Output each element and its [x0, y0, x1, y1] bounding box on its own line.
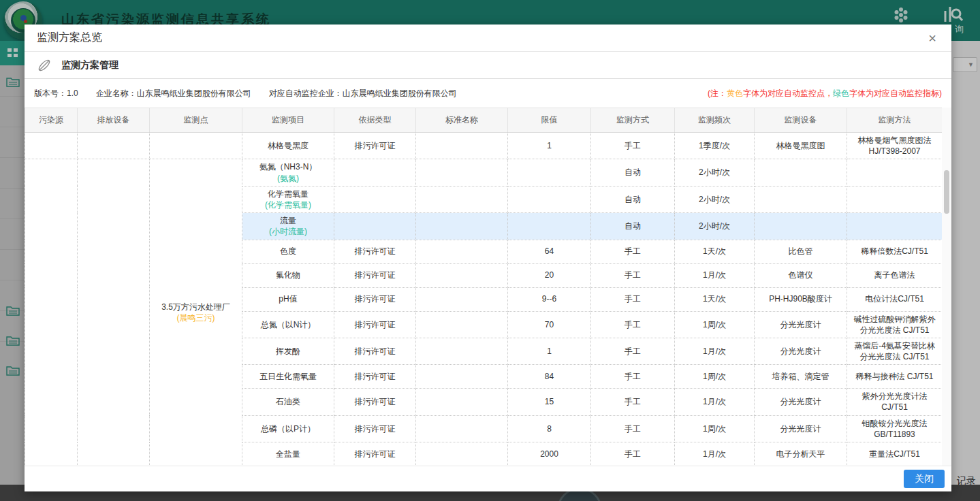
item-cell: 总氮（以N计）	[242, 311, 334, 338]
pollution-source-cell	[25, 159, 78, 466]
device-cell	[755, 213, 847, 240]
table-row[interactable]: 林格曼黑度排污许可证1手工1季度/次林格曼黑度图林格曼烟气黑度图法HJ/T398…	[25, 133, 943, 159]
column-header: 监测设备	[755, 108, 847, 133]
column-header: 排放设备	[78, 108, 150, 133]
close-icon[interactable]: ×	[926, 31, 939, 45]
standard-cell	[416, 240, 508, 263]
plan-table: 污染源排放设备监测点监测项目依据类型标准名称限值监测方式监测频次监测设备监测方法…	[25, 108, 943, 466]
mode-cell: 自动	[591, 213, 675, 240]
column-header: 监测方式	[591, 108, 675, 133]
freq-cell: 1周/次	[675, 311, 755, 338]
mode-cell: 手工	[591, 240, 675, 263]
mode-cell: 自动	[591, 186, 675, 212]
basis-cell	[334, 186, 416, 212]
method-cell: 蒸馏后-4氨基安替比林 分光光度法 CJ/T51	[847, 338, 943, 364]
item-cell: 石油类	[242, 389, 334, 415]
freq-cell: 1月/次	[675, 338, 755, 364]
freq-cell: 1天/次	[675, 240, 755, 263]
item-cell: 五日生化需氧量	[242, 365, 334, 389]
item-name: 总氮（以N计）	[247, 319, 330, 330]
mode-cell: 手工	[591, 287, 675, 311]
legend-green: 绿色	[833, 88, 849, 98]
basis-cell: 排污许可证	[334, 263, 416, 287]
item-name: 氨氮（NH3-N）	[247, 161, 330, 172]
item-auto-indicator: (氨氮)	[247, 173, 330, 184]
section-header: 监测方案管理	[25, 52, 951, 79]
standard-cell	[416, 263, 508, 287]
legend-yellow: 黄色	[727, 88, 743, 98]
method-cell: 重量法CJ/T51	[847, 442, 943, 466]
standard-cell	[416, 365, 508, 389]
item-name: 总磷（以P计）	[247, 423, 330, 434]
limit-cell: 8	[508, 415, 591, 442]
mode-cell: 手工	[591, 263, 675, 287]
column-header: 污染源	[25, 108, 78, 133]
standard-cell	[416, 442, 508, 466]
standard-cell	[416, 287, 508, 311]
limit-cell: 20	[508, 263, 591, 287]
limit-cell: 84	[508, 365, 591, 389]
method-cell: 稀释与接种法 CJ/T51	[847, 365, 943, 389]
standard-cell	[416, 415, 508, 442]
limit-cell	[508, 213, 591, 240]
item-name: 流量	[247, 215, 330, 226]
basis-cell: 排污许可证	[334, 133, 416, 159]
monitoring-site-cell: 3.5万方污水处理厂(晨鸣三污)	[150, 159, 242, 466]
limit-cell	[508, 186, 591, 212]
pollution-source-cell	[25, 133, 78, 159]
table-scrollbar[interactable]	[942, 108, 951, 466]
freq-cell: 1季度/次	[675, 133, 755, 159]
standard-cell	[416, 213, 508, 240]
freq-cell: 1月/次	[675, 389, 755, 415]
item-auto-indicator: (小时流量)	[247, 226, 330, 237]
device-cell	[755, 159, 847, 186]
standard-cell	[416, 311, 508, 338]
site-name: 3.5万方污水处理厂	[154, 302, 238, 312]
freq-cell: 1月/次	[675, 263, 755, 287]
close-button[interactable]: 关闭	[904, 470, 945, 488]
standard-cell	[416, 159, 508, 186]
column-header: 监测方法	[847, 108, 943, 133]
dialog-footer: 关闭	[25, 466, 951, 491]
plan-info-row: 版本号：1.0 企业名称：山东晨鸣纸业集团股份有限公司 对应自动监控企业：山东晨…	[25, 79, 951, 108]
mode-cell: 手工	[591, 415, 675, 442]
mode-cell: 手工	[591, 311, 675, 338]
freq-cell: 1周/次	[675, 365, 755, 389]
item-name: 氟化物	[247, 270, 330, 280]
item-cell: 色度	[242, 240, 334, 263]
table-row[interactable]: 3.5万方污水处理厂(晨鸣三污)氨氮（NH3-N）(氨氮)自动2小时/次	[25, 159, 943, 186]
limit-cell: 1	[508, 133, 591, 159]
device-cell: 分光光度计	[755, 415, 847, 442]
item-name: 色度	[247, 246, 330, 257]
basis-cell: 排污许可证	[334, 338, 416, 364]
dialog-titlebar: 监测方案总览 ×	[25, 25, 951, 52]
pen-icon	[37, 58, 52, 73]
standard-cell	[416, 186, 508, 212]
freq-cell: 1周/次	[675, 415, 755, 442]
limit-cell	[508, 159, 591, 186]
basis-cell: 排污许可证	[334, 311, 416, 338]
freq-cell: 1月/次	[675, 442, 755, 466]
mode-cell: 自动	[591, 159, 675, 186]
device-cell: 比色管	[755, 240, 847, 263]
standard-cell	[416, 338, 508, 364]
limit-cell: 70	[508, 311, 591, 338]
device-cell: 林格曼黑度图	[755, 133, 847, 159]
legend-note: (注：黄色字体为对应自动监控点，绿色字体为对应自动监控指标)	[708, 88, 942, 99]
table-header-row: 污染源排放设备监测点监测项目依据类型标准名称限值监测方式监测频次监测设备监测方法	[25, 108, 943, 133]
freq-cell: 2小时/次	[675, 186, 755, 212]
basis-cell: 排污许可证	[334, 365, 416, 389]
limit-cell: 64	[508, 240, 591, 263]
method-cell	[847, 159, 943, 186]
company-field: 企业名称：山东晨鸣纸业集团股份有限公司	[96, 88, 251, 99]
column-header: 标准名称	[416, 108, 508, 133]
basis-cell	[334, 213, 416, 240]
item-cell: 总磷（以P计）	[242, 415, 334, 442]
scrollbar-thumb[interactable]	[944, 170, 949, 214]
method-cell: 紫外分光光度计法 CJ/T51	[847, 389, 943, 415]
item-name: 石油类	[247, 396, 330, 407]
column-header: 监测频次	[675, 108, 755, 133]
item-name: pH值	[247, 293, 330, 304]
item-cell: 化学需氧量(化学需氧量)	[242, 186, 334, 212]
item-cell: 全盐量	[242, 442, 334, 466]
